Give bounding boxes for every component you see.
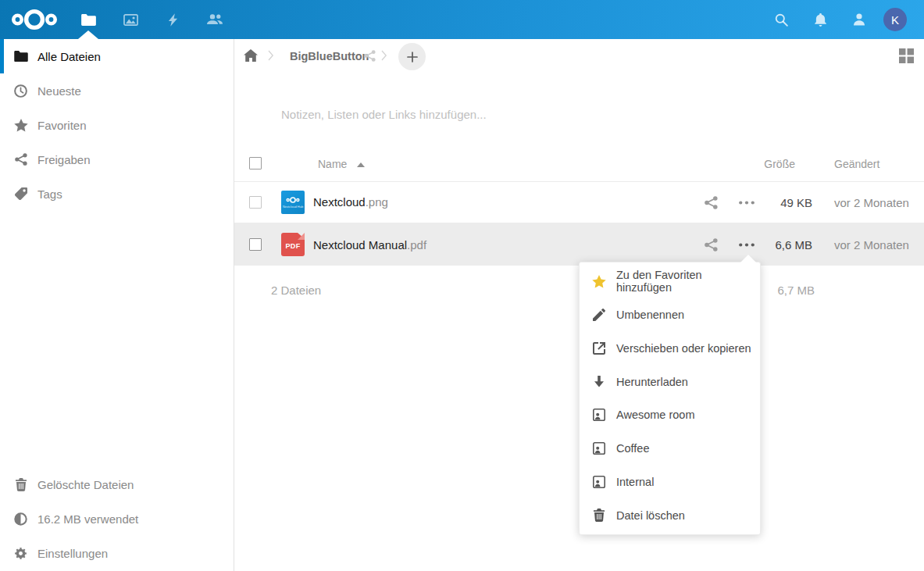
menu-item-download[interactable]: Herunterladen [580, 365, 760, 398]
file-name[interactable]: Nextcloud.png [313, 195, 388, 209]
sidebar-item-all-files[interactable]: Alle Dateien [0, 39, 234, 73]
app-photos-button[interactable] [109, 0, 152, 39]
folder-icon [13, 49, 28, 64]
sidebar-item-label: Freigaben [37, 153, 91, 166]
column-header-name[interactable]: Name [318, 158, 347, 170]
app-activity-button[interactable] [152, 0, 194, 39]
file-name[interactable]: Nextcloud Manual.pdf [313, 238, 426, 252]
active-item-bar [0, 39, 4, 73]
sidebar-item-settings[interactable]: Einstellungen [0, 536, 234, 570]
pdf-file-icon: PDF [281, 233, 305, 256]
share-file-button[interactable] [705, 238, 718, 252]
breadcrumb-chevron-icon [381, 50, 387, 61]
gear-icon [13, 546, 28, 561]
sidebar-item-shares[interactable]: Freigaben [0, 142, 234, 177]
menu-item-coffee[interactable]: Coffee [580, 432, 760, 466]
sidebar-item-quota: 16.2 MB verwendet [0, 501, 234, 536]
sidebar-item-label: Einstellungen [37, 547, 108, 560]
header-bar: K [0, 0, 924, 39]
room-icon [592, 408, 606, 422]
share-file-button[interactable] [705, 196, 718, 209]
file-actions-context-menu: Zu den Favoriten hinzufügen Umbenennen V… [579, 262, 761, 535]
menu-item-internal[interactable]: Internal [580, 466, 760, 499]
app-contacts-button[interactable] [194, 0, 236, 39]
nextcloud-files-app: K Alle Dateien Neueste Favoriten Freigab… [0, 0, 924, 571]
room-icon [592, 441, 606, 455]
menu-item-label: Awesome room [616, 409, 694, 421]
breadcrumb-current-folder[interactable]: BigBlueButton [290, 50, 369, 62]
folder-notes-input[interactable]: Notizen, Listen oder Links hinzufügen... [281, 108, 487, 121]
breadcrumb-chevron-icon [268, 50, 274, 61]
trash-icon [13, 477, 28, 492]
star-icon [13, 118, 28, 133]
trash-icon [592, 509, 606, 523]
home-icon [244, 49, 258, 62]
contacts-menu-button[interactable] [840, 0, 879, 39]
search-button[interactable] [762, 0, 801, 39]
sidebar-item-label: Gelöschte Dateien [37, 478, 134, 491]
sidebar-item-label: Favoriten [37, 119, 87, 132]
contact-person-icon [854, 13, 865, 26]
column-header-size[interactable]: Größe [726, 158, 795, 170]
row-checkbox[interactable] [249, 196, 262, 209]
tag-icon [13, 187, 28, 202]
menu-item-delete-file[interactable]: Datei löschen [580, 498, 760, 532]
sidebar-footer: Gelöschte Dateien 16.2 MB verwendet Eins… [0, 467, 234, 570]
column-header-modified[interactable]: Geändert [834, 158, 879, 170]
app-files-button[interactable] [67, 0, 109, 39]
pdf-badge-text: PDF [281, 233, 305, 256]
sidebar-item-label: Tags [37, 187, 62, 201]
menu-item-label: Internal [616, 476, 654, 488]
file-extension: .pdf [407, 238, 426, 252]
file-row-nextcloud-png[interactable]: Nextcloud Hub Nextcloud.png 49 KB vor 2 … [234, 182, 924, 223]
quota-pie-icon [13, 512, 28, 526]
file-modified: vor 2 Monaten [834, 196, 909, 209]
menu-item-label: Herunterladen [616, 376, 688, 388]
sort-ascending-icon [357, 162, 365, 167]
nextcloud-image-thumbnail: Nextcloud Hub [281, 191, 305, 214]
header-right-controls: K [762, 0, 924, 39]
sidebar-item-recent[interactable]: Neueste [0, 73, 234, 108]
activity-bolt-icon [168, 13, 178, 27]
menu-item-rename[interactable]: Umbenennen [580, 298, 760, 332]
sidebar-item-favorites[interactable]: Favoriten [0, 108, 234, 142]
contacts-people-icon [207, 14, 223, 25]
app-navigation [67, 0, 236, 39]
file-row-nextcloud-manual-pdf[interactable]: PDF Nextcloud Manual.pdf 6,6 MB vor 2 Mo… [234, 223, 924, 266]
file-count-summary: 2 Dateien [271, 284, 321, 297]
search-icon [775, 13, 788, 27]
move-or-copy-icon [592, 341, 606, 355]
nextcloud-logo[interactable] [11, 6, 58, 33]
sidebar-item-tags[interactable]: Tags [0, 177, 234, 211]
row-checkbox[interactable] [249, 238, 262, 251]
grid-view-toggle-button[interactable] [899, 48, 914, 63]
sidebar-item-label: Alle Dateien [37, 50, 101, 63]
notifications-button[interactable] [801, 0, 840, 39]
thumbnail-caption: Nextcloud Hub [283, 205, 303, 209]
menu-item-label: Datei löschen [616, 509, 685, 522]
menu-item-move-or-copy[interactable]: Verschieben oder kopieren [580, 332, 760, 366]
menu-item-label: Coffee [616, 442, 649, 455]
bell-icon [815, 13, 826, 27]
files-folder-icon [81, 14, 96, 26]
breadcrumb-home-button[interactable] [244, 49, 258, 62]
star-icon [592, 274, 606, 288]
sidebar-item-deleted-files[interactable]: Gelöschte Dateien [0, 467, 234, 501]
breadcrumb-share-icon[interactable] [364, 50, 376, 62]
select-all-checkbox[interactable] [249, 157, 262, 170]
quota-label: 16.2 MB verwendet [37, 512, 138, 526]
menu-item-label: Umbenennen [616, 309, 684, 321]
user-avatar[interactable]: K [883, 8, 907, 31]
photos-icon [123, 14, 138, 26]
new-file-button[interactable] [398, 43, 426, 70]
room-icon [592, 475, 606, 489]
plus-icon [406, 51, 419, 63]
menu-item-add-to-favorites[interactable]: Zu den Favoriten hinzufügen [580, 265, 760, 298]
menu-item-label: Zu den Favoriten hinzufügen [616, 269, 760, 294]
avatar-letter: K [891, 13, 899, 27]
clock-icon [13, 84, 28, 98]
menu-item-awesome-room[interactable]: Awesome room [580, 398, 760, 432]
file-size: 49 KB [742, 196, 812, 209]
file-size: 6,6 MB [742, 238, 812, 252]
file-list-header: Name Größe Geändert [234, 147, 924, 182]
